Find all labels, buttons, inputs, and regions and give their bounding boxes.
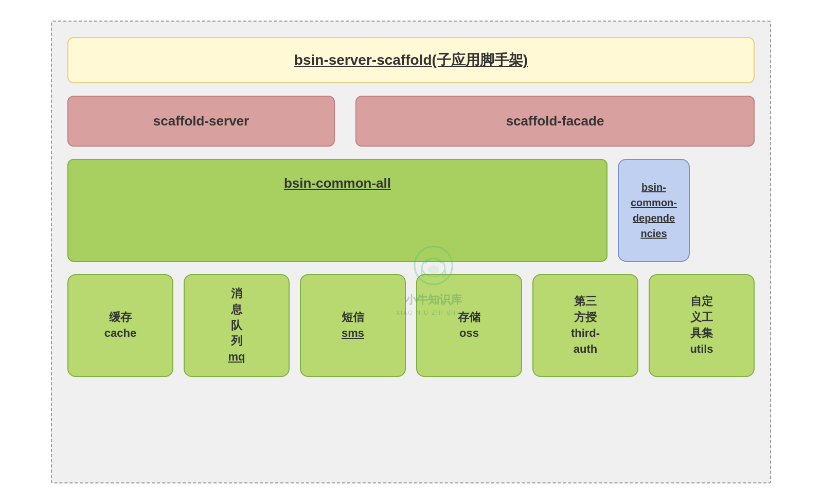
bottom-row: 缓存cache 消息队列mq 短信sms 存储oss bbox=[67, 274, 755, 377]
common-all-title: bsin-common-all bbox=[284, 175, 391, 191]
common-all-box: bsin-common-all bbox=[67, 159, 607, 262]
middle-row: scaffold-server scaffold-facade bbox=[67, 96, 755, 147]
scaffold-server-label: scaffold-server bbox=[153, 113, 249, 129]
diagram-container: 小牛知识库 XIAO NIU ZHI SHI KU bsin-server-sc… bbox=[51, 21, 771, 483]
bottom-items: 缓存cache 消息队列mq 短信sms 存储oss bbox=[67, 274, 755, 377]
oss-box: 存储oss bbox=[416, 274, 522, 377]
top-scaffold-name: bsin-server-scaffold bbox=[294, 52, 432, 68]
top-scaffold-title: bsin-server-scaffold(子应用脚手架) bbox=[89, 50, 733, 70]
sms-box: 短信sms bbox=[300, 274, 406, 377]
sms-label: 短信sms bbox=[342, 310, 364, 341]
cache-box: 缓存cache bbox=[67, 274, 173, 377]
svg-point-2 bbox=[428, 265, 439, 274]
mq-box: 消息队列mq bbox=[184, 274, 290, 377]
scaffold-facade-label: scaffold-facade bbox=[506, 113, 604, 129]
third-auth-label: 第三方授third-auth bbox=[571, 294, 600, 357]
scaffold-server-box: scaffold-server bbox=[67, 96, 335, 147]
mq-label: 消息队列mq bbox=[228, 286, 245, 365]
scaffold-facade-box: scaffold-facade bbox=[355, 96, 755, 147]
top-scaffold-subtitle: (子应用脚手架) bbox=[432, 52, 528, 68]
top-scaffold-box: bsin-server-scaffold(子应用脚手架) bbox=[67, 37, 755, 83]
third-auth-box: 第三方授third-auth bbox=[532, 274, 638, 377]
blue-right-label: bsin-common-dependencies bbox=[631, 179, 677, 241]
blue-right-box: bsin-common-dependencies bbox=[618, 159, 690, 262]
utils-box: 自定义工具集utils bbox=[649, 274, 755, 377]
utils-label: 自定义工具集utils bbox=[690, 294, 713, 357]
oss-label: 存储oss bbox=[458, 310, 480, 341]
common-row: bsin-common-all bsin-common-dependencies bbox=[67, 159, 755, 262]
cache-label: 缓存cache bbox=[104, 310, 136, 341]
